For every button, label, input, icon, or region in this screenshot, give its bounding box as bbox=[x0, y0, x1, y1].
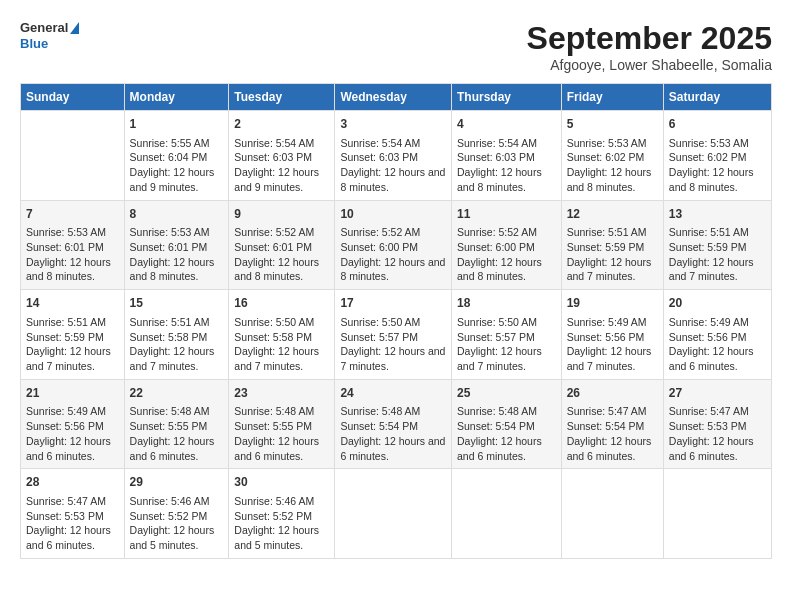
daylight-text: Daylight: 12 hours and 8 minutes. bbox=[234, 256, 319, 283]
day-cell: 9 Sunrise: 5:52 AM Sunset: 6:01 PM Dayli… bbox=[229, 200, 335, 290]
cell-content: Sunrise: 5:52 AM Sunset: 6:01 PM Dayligh… bbox=[234, 225, 329, 284]
day-cell: 28 Sunrise: 5:47 AM Sunset: 5:53 PM Dayl… bbox=[21, 469, 125, 559]
day-cell: 12 Sunrise: 5:51 AM Sunset: 5:59 PM Dayl… bbox=[561, 200, 663, 290]
week-row-2: 14 Sunrise: 5:51 AM Sunset: 5:59 PM Dayl… bbox=[21, 290, 772, 380]
sunset-text: Sunset: 5:56 PM bbox=[26, 420, 104, 432]
daylight-text: Daylight: 12 hours and 7 minutes. bbox=[567, 256, 652, 283]
day-cell bbox=[561, 469, 663, 559]
logo-triangle-icon bbox=[70, 22, 79, 34]
daylight-text: Daylight: 12 hours and 7 minutes. bbox=[26, 345, 111, 372]
daylight-text: Daylight: 12 hours and 8 minutes. bbox=[457, 166, 542, 193]
day-cell: 11 Sunrise: 5:52 AM Sunset: 6:00 PM Dayl… bbox=[452, 200, 562, 290]
header-wednesday: Wednesday bbox=[335, 84, 452, 111]
sunset-text: Sunset: 5:56 PM bbox=[669, 331, 747, 343]
daylight-text: Daylight: 12 hours and 7 minutes. bbox=[234, 345, 319, 372]
day-number: 8 bbox=[130, 206, 224, 223]
sunset-text: Sunset: 6:03 PM bbox=[234, 151, 312, 163]
daylight-text: Daylight: 12 hours and 7 minutes. bbox=[567, 345, 652, 372]
logo-blue: Blue bbox=[20, 36, 48, 52]
day-number: 19 bbox=[567, 295, 658, 312]
sunset-text: Sunset: 5:54 PM bbox=[340, 420, 418, 432]
day-number: 9 bbox=[234, 206, 329, 223]
sunrise-text: Sunrise: 5:49 AM bbox=[567, 316, 647, 328]
day-cell: 2 Sunrise: 5:54 AM Sunset: 6:03 PM Dayli… bbox=[229, 111, 335, 201]
day-number: 3 bbox=[340, 116, 446, 133]
day-cell: 20 Sunrise: 5:49 AM Sunset: 5:56 PM Dayl… bbox=[663, 290, 771, 380]
day-cell bbox=[452, 469, 562, 559]
daylight-text: Daylight: 12 hours and 9 minutes. bbox=[130, 166, 215, 193]
daylight-text: Daylight: 12 hours and 6 minutes. bbox=[340, 435, 445, 462]
day-cell: 14 Sunrise: 5:51 AM Sunset: 5:59 PM Dayl… bbox=[21, 290, 125, 380]
header-sunday: Sunday bbox=[21, 84, 125, 111]
daylight-text: Daylight: 12 hours and 6 minutes. bbox=[234, 435, 319, 462]
cell-content: Sunrise: 5:46 AM Sunset: 5:52 PM Dayligh… bbox=[130, 494, 224, 553]
calendar-table: SundayMondayTuesdayWednesdayThursdayFrid… bbox=[20, 83, 772, 559]
sunrise-text: Sunrise: 5:50 AM bbox=[234, 316, 314, 328]
title-block: September 2025 Afgooye, Lower Shabeelle,… bbox=[527, 20, 772, 73]
day-cell bbox=[335, 469, 452, 559]
day-number: 22 bbox=[130, 385, 224, 402]
sunrise-text: Sunrise: 5:49 AM bbox=[669, 316, 749, 328]
sunset-text: Sunset: 6:00 PM bbox=[340, 241, 418, 253]
day-cell: 24 Sunrise: 5:48 AM Sunset: 5:54 PM Dayl… bbox=[335, 379, 452, 469]
daylight-text: Daylight: 12 hours and 8 minutes. bbox=[340, 256, 445, 283]
header-saturday: Saturday bbox=[663, 84, 771, 111]
sunrise-text: Sunrise: 5:52 AM bbox=[457, 226, 537, 238]
day-cell: 23 Sunrise: 5:48 AM Sunset: 5:55 PM Dayl… bbox=[229, 379, 335, 469]
day-number: 16 bbox=[234, 295, 329, 312]
cell-content: Sunrise: 5:48 AM Sunset: 5:55 PM Dayligh… bbox=[234, 404, 329, 463]
sunrise-text: Sunrise: 5:53 AM bbox=[669, 137, 749, 149]
daylight-text: Daylight: 12 hours and 8 minutes. bbox=[130, 256, 215, 283]
header-row: SundayMondayTuesdayWednesdayThursdayFrid… bbox=[21, 84, 772, 111]
day-cell: 4 Sunrise: 5:54 AM Sunset: 6:03 PM Dayli… bbox=[452, 111, 562, 201]
sunset-text: Sunset: 5:54 PM bbox=[457, 420, 535, 432]
day-cell: 17 Sunrise: 5:50 AM Sunset: 5:57 PM Dayl… bbox=[335, 290, 452, 380]
page-header: General Blue September 2025 Afgooye, Low… bbox=[20, 20, 772, 73]
week-row-4: 28 Sunrise: 5:47 AM Sunset: 5:53 PM Dayl… bbox=[21, 469, 772, 559]
header-monday: Monday bbox=[124, 84, 229, 111]
sunset-text: Sunset: 6:03 PM bbox=[340, 151, 418, 163]
week-row-1: 7 Sunrise: 5:53 AM Sunset: 6:01 PM Dayli… bbox=[21, 200, 772, 290]
cell-content: Sunrise: 5:50 AM Sunset: 5:57 PM Dayligh… bbox=[457, 315, 556, 374]
day-cell: 30 Sunrise: 5:46 AM Sunset: 5:52 PM Dayl… bbox=[229, 469, 335, 559]
cell-content: Sunrise: 5:51 AM Sunset: 5:59 PM Dayligh… bbox=[669, 225, 766, 284]
sunset-text: Sunset: 6:03 PM bbox=[457, 151, 535, 163]
day-cell bbox=[21, 111, 125, 201]
daylight-text: Daylight: 12 hours and 7 minutes. bbox=[457, 345, 542, 372]
day-number: 14 bbox=[26, 295, 119, 312]
cell-content: Sunrise: 5:55 AM Sunset: 6:04 PM Dayligh… bbox=[130, 136, 224, 195]
day-number: 15 bbox=[130, 295, 224, 312]
daylight-text: Daylight: 12 hours and 8 minutes. bbox=[567, 166, 652, 193]
sunset-text: Sunset: 6:01 PM bbox=[130, 241, 208, 253]
cell-content: Sunrise: 5:53 AM Sunset: 6:01 PM Dayligh… bbox=[26, 225, 119, 284]
day-number: 12 bbox=[567, 206, 658, 223]
day-number: 21 bbox=[26, 385, 119, 402]
daylight-text: Daylight: 12 hours and 6 minutes. bbox=[669, 345, 754, 372]
day-cell: 6 Sunrise: 5:53 AM Sunset: 6:02 PM Dayli… bbox=[663, 111, 771, 201]
day-cell: 19 Sunrise: 5:49 AM Sunset: 5:56 PM Dayl… bbox=[561, 290, 663, 380]
day-number: 2 bbox=[234, 116, 329, 133]
sunrise-text: Sunrise: 5:47 AM bbox=[567, 405, 647, 417]
cell-content: Sunrise: 5:49 AM Sunset: 5:56 PM Dayligh… bbox=[567, 315, 658, 374]
cell-content: Sunrise: 5:54 AM Sunset: 6:03 PM Dayligh… bbox=[457, 136, 556, 195]
cell-content: Sunrise: 5:48 AM Sunset: 5:55 PM Dayligh… bbox=[130, 404, 224, 463]
cell-content: Sunrise: 5:51 AM Sunset: 5:59 PM Dayligh… bbox=[567, 225, 658, 284]
sunrise-text: Sunrise: 5:52 AM bbox=[340, 226, 420, 238]
sunset-text: Sunset: 5:58 PM bbox=[130, 331, 208, 343]
sunset-text: Sunset: 5:59 PM bbox=[567, 241, 645, 253]
cell-content: Sunrise: 5:49 AM Sunset: 5:56 PM Dayligh… bbox=[669, 315, 766, 374]
day-number: 5 bbox=[567, 116, 658, 133]
sunrise-text: Sunrise: 5:47 AM bbox=[669, 405, 749, 417]
sunset-text: Sunset: 5:52 PM bbox=[130, 510, 208, 522]
day-number: 29 bbox=[130, 474, 224, 491]
cell-content: Sunrise: 5:48 AM Sunset: 5:54 PM Dayligh… bbox=[457, 404, 556, 463]
cell-content: Sunrise: 5:51 AM Sunset: 5:58 PM Dayligh… bbox=[130, 315, 224, 374]
cell-content: Sunrise: 5:50 AM Sunset: 5:57 PM Dayligh… bbox=[340, 315, 446, 374]
day-cell: 29 Sunrise: 5:46 AM Sunset: 5:52 PM Dayl… bbox=[124, 469, 229, 559]
cell-content: Sunrise: 5:47 AM Sunset: 5:53 PM Dayligh… bbox=[26, 494, 119, 553]
cell-content: Sunrise: 5:54 AM Sunset: 6:03 PM Dayligh… bbox=[234, 136, 329, 195]
sunrise-text: Sunrise: 5:53 AM bbox=[130, 226, 210, 238]
sunset-text: Sunset: 5:53 PM bbox=[669, 420, 747, 432]
sunset-text: Sunset: 5:58 PM bbox=[234, 331, 312, 343]
sunrise-text: Sunrise: 5:51 AM bbox=[567, 226, 647, 238]
